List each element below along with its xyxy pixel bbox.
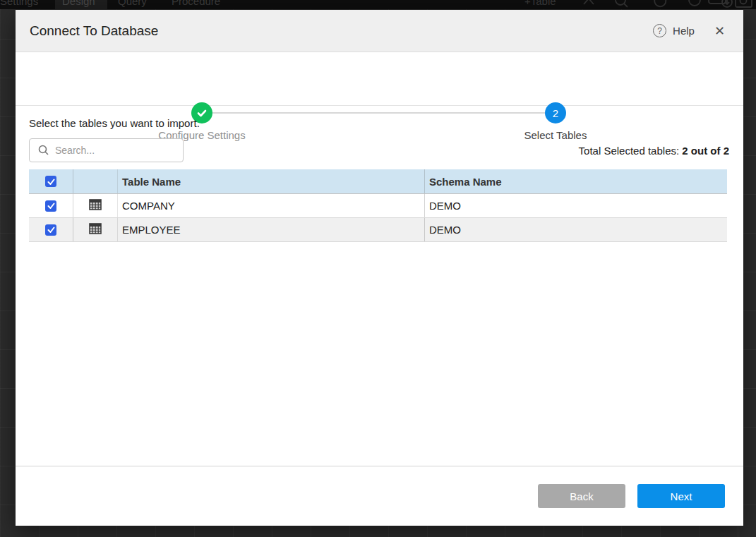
row-checkbox[interactable] — [45, 224, 56, 236]
app-topbar: Settings Design Query Procedure +Table — [0, 0, 756, 9]
schema-name-cell: DEMO — [425, 194, 727, 217]
summary-count: 2 out of 2 — [682, 145, 729, 157]
export-icon — [707, 0, 736, 9]
tab-procedure: Procedure — [172, 0, 220, 7]
tab-query: Query — [118, 0, 147, 7]
table-search-box — [29, 138, 184, 162]
close-icon[interactable]: ✕ — [714, 25, 725, 37]
step-connector-line — [212, 112, 545, 114]
help-button[interactable]: ? Help — [653, 24, 695, 37]
step-2-label: Select Tables — [485, 129, 626, 141]
dialog-header: Connect To Database ? Help ✕ — [16, 10, 743, 52]
schema-name-cell: DEMO — [425, 218, 727, 241]
table-grid-icon — [89, 223, 102, 236]
table-header-row: Table Name Schema Name — [29, 169, 727, 194]
tab-design: Design — [62, 0, 95, 7]
selected-tables-summary: Total Selected tables: 2 out of 2 — [579, 145, 729, 157]
search-icon — [613, 0, 630, 9]
select-all-checkbox[interactable] — [45, 176, 56, 187]
screenshot-icon — [734, 0, 754, 9]
undo-icon — [651, 0, 668, 9]
table-grid-icon — [89, 199, 102, 212]
schema-name-header: Schema Name — [425, 169, 727, 193]
table-row[interactable]: COMPANY DEMO — [29, 194, 727, 218]
help-label: Help — [673, 25, 695, 37]
search-icon — [38, 145, 49, 156]
step-indicator: Configure Settings 2 Select Tables — [16, 52, 743, 106]
tables-list: Table Name Schema Name COMPANY DEMO — [29, 169, 727, 242]
instruction-text: Select the tables you want to import. — [29, 117, 200, 129]
connect-to-database-dialog: Connect To Database ? Help ✕ Configure S… — [16, 10, 743, 526]
summary-prefix: Total Selected tables: — [579, 145, 683, 157]
collapse-icon — [580, 0, 597, 9]
table-name-cell: COMPANY — [118, 194, 425, 217]
add-table-button: +Table — [524, 0, 556, 7]
redo-icon — [686, 0, 703, 9]
next-button[interactable]: Next — [637, 484, 725, 508]
step-2-circle[interactable]: 2 — [545, 102, 566, 123]
help-icon: ? — [653, 24, 666, 37]
table-name-header: Table Name — [118, 169, 425, 193]
search-input[interactable] — [55, 145, 168, 156]
row-checkbox[interactable] — [45, 200, 56, 212]
back-button[interactable]: Back — [538, 484, 625, 508]
table-name-cell: EMPLOYEE — [118, 218, 425, 241]
tab-settings: Settings — [0, 0, 38, 7]
footer-divider — [16, 466, 743, 466]
dialog-title: Connect To Database — [30, 23, 158, 39]
table-row[interactable]: EMPLOYEE DEMO — [29, 218, 727, 242]
